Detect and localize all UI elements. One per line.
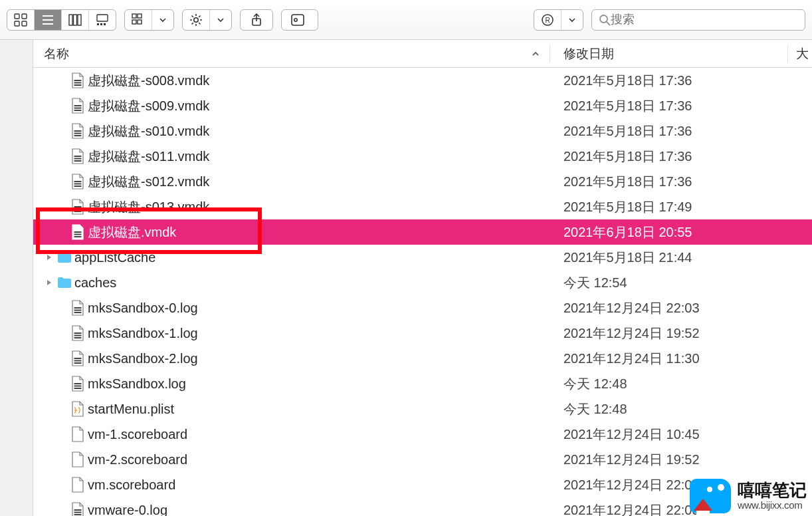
file-name: caches bbox=[74, 275, 116, 291]
watermark-title: 嘻嘻笔记 bbox=[738, 481, 807, 500]
file-date: 今天 12:54 bbox=[550, 274, 812, 292]
table-row[interactable]: vm-2.scoreboard2021年12月24日 19:52 bbox=[33, 447, 812, 472]
table-row[interactable]: appListCache2021年5月18日 21:44 bbox=[33, 245, 812, 270]
svg-rect-42 bbox=[74, 133, 82, 134]
file-icon bbox=[70, 325, 85, 341]
restore-group: R bbox=[534, 9, 583, 31]
file-name: 虚拟磁盘-s013.vmdk bbox=[88, 198, 209, 216]
file-date: 2021年5月18日 21:44 bbox=[550, 249, 812, 267]
file-icon bbox=[70, 148, 85, 164]
svg-rect-65 bbox=[74, 383, 82, 384]
r-button[interactable]: R bbox=[534, 10, 561, 30]
file-name: 虚拟磁盘-s011.vmdk bbox=[88, 148, 209, 166]
toolbar: R bbox=[0, 0, 812, 40]
svg-rect-7 bbox=[69, 15, 72, 25]
svg-rect-0 bbox=[15, 14, 19, 19]
svg-rect-2 bbox=[15, 21, 19, 26]
column-size[interactable]: 大 bbox=[788, 45, 812, 63]
view-columns-button[interactable] bbox=[62, 10, 89, 30]
svg-rect-9 bbox=[78, 15, 81, 25]
svg-point-33 bbox=[600, 15, 607, 23]
svg-rect-67 bbox=[74, 388, 82, 389]
svg-rect-46 bbox=[74, 160, 82, 162]
table-row[interactable]: 虚拟磁盘-s009.vmdk2021年5月18日 17:36 bbox=[33, 93, 812, 118]
file-icon bbox=[70, 350, 85, 366]
svg-rect-63 bbox=[74, 360, 82, 362]
file-date: 2021年5月18日 17:36 bbox=[550, 173, 812, 191]
svg-line-26 bbox=[199, 15, 200, 17]
svg-rect-60 bbox=[74, 335, 82, 336]
svg-rect-36 bbox=[74, 82, 82, 84]
view-gallery-button[interactable] bbox=[89, 10, 116, 30]
svg-rect-14 bbox=[132, 14, 136, 18]
file-icon bbox=[70, 300, 85, 316]
file-name: startMenu.plist bbox=[88, 402, 174, 417]
file-name: mksSandbox-1.log bbox=[88, 326, 198, 341]
file-date: 2021年6月18日 20:55 bbox=[550, 223, 812, 241]
action-group bbox=[182, 9, 232, 31]
r-dropdown[interactable] bbox=[561, 10, 583, 30]
file-name: vm.scoreboard bbox=[88, 477, 175, 493]
svg-rect-70 bbox=[74, 514, 82, 515]
svg-rect-53 bbox=[74, 231, 82, 233]
svg-line-23 bbox=[192, 15, 193, 17]
action-gear-button[interactable] bbox=[183, 10, 210, 30]
svg-rect-37 bbox=[74, 84, 82, 86]
share-button[interactable] bbox=[240, 9, 273, 31]
table-row[interactable]: mksSandbox.log今天 12:48 bbox=[33, 371, 812, 396]
file-date: 2021年12月24日 22:03 bbox=[550, 299, 812, 317]
table-row[interactable]: startMenu.plist今天 12:48 bbox=[33, 396, 812, 422]
table-row[interactable]: 虚拟磁盘.vmdk2021年6月18日 20:55 bbox=[33, 219, 812, 245]
column-name-label: 名称 bbox=[44, 45, 69, 63]
sidebar bbox=[0, 40, 33, 516]
search-input[interactable] bbox=[611, 13, 798, 27]
file-icon bbox=[70, 502, 85, 516]
file-date: 2021年5月18日 17:36 bbox=[550, 122, 812, 140]
svg-rect-40 bbox=[74, 110, 82, 111]
view-icon-button[interactable] bbox=[7, 10, 35, 30]
table-row[interactable]: 虚拟磁盘-s011.vmdk2021年5月18日 17:36 bbox=[33, 144, 812, 169]
svg-rect-45 bbox=[74, 158, 82, 160]
file-icon bbox=[70, 72, 85, 88]
table-row[interactable]: 虚拟磁盘-s010.vmdk2021年5月18日 17:36 bbox=[33, 118, 812, 144]
svg-rect-17 bbox=[138, 20, 142, 24]
group-by-button[interactable] bbox=[125, 10, 152, 30]
file-icon bbox=[70, 401, 85, 417]
svg-rect-10 bbox=[97, 15, 108, 21]
table-row[interactable]: mksSandbox-0.log2021年12月24日 22:03 bbox=[33, 295, 812, 321]
file-name: vmware-0.log bbox=[88, 503, 167, 517]
column-date[interactable]: 修改日期 bbox=[550, 45, 788, 63]
file-name: mksSandbox.log bbox=[88, 376, 186, 392]
svg-rect-39 bbox=[74, 108, 82, 109]
group-by-dropdown[interactable] bbox=[152, 10, 173, 30]
folder-icon bbox=[57, 249, 72, 265]
svg-rect-66 bbox=[74, 386, 82, 387]
column-name[interactable]: 名称 bbox=[33, 45, 550, 63]
table-row[interactable]: 虚拟磁盘-s012.vmdk2021年5月18日 17:36 bbox=[33, 169, 812, 194]
view-list-button[interactable] bbox=[35, 10, 62, 30]
file-list: 虚拟磁盘-s008.vmdk2021年5月18日 17:36虚拟磁盘-s009.… bbox=[33, 68, 812, 516]
svg-point-18 bbox=[194, 17, 198, 21]
disclosure-triangle-icon[interactable] bbox=[44, 279, 54, 286]
svg-rect-64 bbox=[74, 362, 82, 364]
svg-point-30 bbox=[294, 18, 297, 21]
svg-rect-48 bbox=[74, 184, 82, 185]
action-dropdown[interactable] bbox=[210, 10, 231, 30]
table-row[interactable]: caches今天 12:54 bbox=[33, 270, 812, 295]
svg-rect-51 bbox=[74, 209, 82, 210]
file-name: vm-2.scoreboard bbox=[88, 452, 187, 467]
file-icon bbox=[70, 426, 85, 442]
watermark-url: www.bijixx.com bbox=[738, 500, 807, 511]
table-row[interactable]: mksSandbox-2.log2021年12月24日 11:30 bbox=[33, 346, 812, 371]
disclosure-triangle-icon[interactable] bbox=[44, 254, 54, 261]
search-field[interactable] bbox=[591, 9, 805, 31]
table-row[interactable]: 虚拟磁盘-s008.vmdk2021年5月18日 17:36 bbox=[33, 68, 812, 93]
file-name: mksSandbox-0.log bbox=[88, 301, 198, 316]
table-row[interactable]: 虚拟磁盘-s013.vmdk2021年5月18日 17:49 bbox=[33, 194, 812, 219]
svg-rect-16 bbox=[132, 20, 136, 24]
tags-button[interactable] bbox=[281, 9, 318, 31]
table-row[interactable]: mksSandbox-1.log2021年12月24日 19:52 bbox=[33, 321, 812, 346]
file-icon bbox=[70, 199, 85, 215]
table-row[interactable]: vm-1.scoreboard2021年12月24日 10:45 bbox=[33, 422, 812, 447]
file-name: appListCache bbox=[74, 250, 155, 265]
